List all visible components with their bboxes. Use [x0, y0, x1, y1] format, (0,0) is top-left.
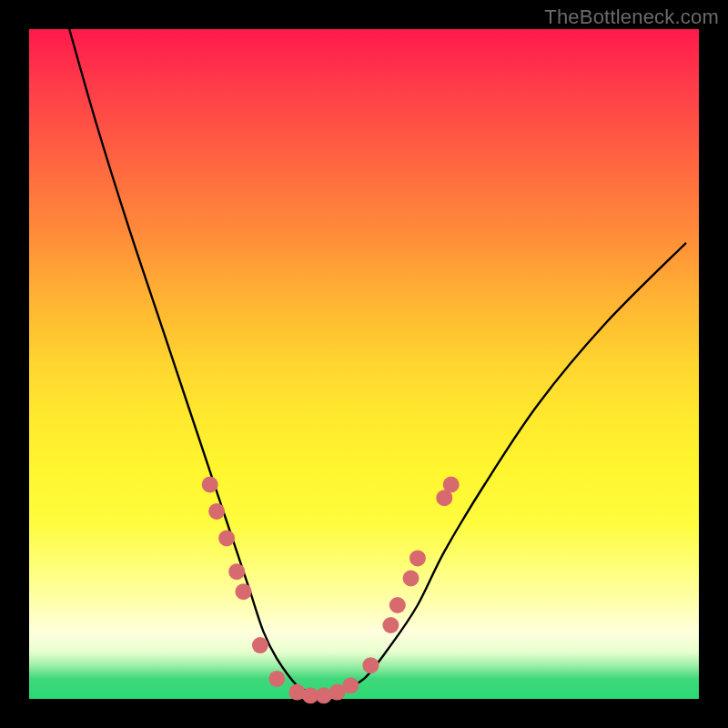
data-point	[362, 657, 379, 673]
data-point	[382, 617, 399, 633]
data-point	[236, 583, 252, 600]
plot-area	[29, 29, 699, 699]
data-point	[218, 530, 235, 546]
data-point	[228, 563, 245, 580]
data-point	[268, 671, 285, 687]
curve-layer	[29, 29, 699, 699]
data-point	[443, 477, 460, 493]
data-point	[252, 637, 268, 653]
bottleneck-curve	[69, 29, 685, 699]
data-point	[202, 477, 218, 493]
watermark-text: TheBottleneck.com	[544, 5, 719, 29]
data-point	[342, 677, 359, 693]
data-point	[208, 503, 225, 520]
data-point	[403, 571, 420, 587]
data-point	[410, 550, 426, 566]
marker-group	[202, 477, 460, 704]
data-point	[389, 597, 406, 613]
chart-frame: TheBottleneck.com	[0, 0, 728, 728]
